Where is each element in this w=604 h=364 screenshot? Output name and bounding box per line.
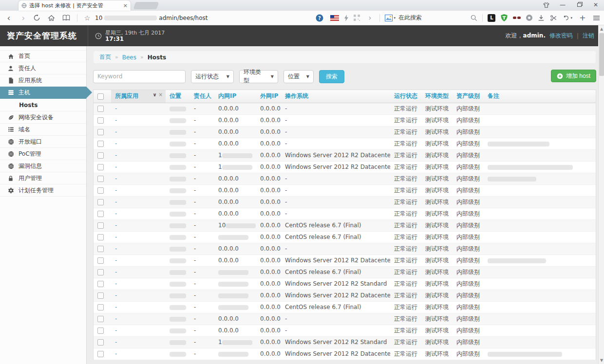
app-link[interactable]: - (115, 117, 117, 124)
row-select-cell[interactable] (94, 138, 111, 149)
app-link[interactable]: - (115, 350, 117, 357)
app-link[interactable]: - (115, 280, 117, 287)
row-select-cell[interactable] (94, 243, 111, 255)
flag-icon[interactable] (330, 15, 339, 21)
bolt-icon[interactable] (344, 15, 349, 21)
tab-close-icon[interactable]: × (123, 2, 128, 9)
chevron-right-icon[interactable]: › (365, 14, 375, 22)
search-engine-icon[interactable]: ▾ (385, 15, 396, 21)
col-header-wan-ip[interactable]: 外网IP (256, 90, 281, 103)
row-checkbox[interactable] (97, 246, 104, 252)
reading-list-icon[interactable] (62, 15, 72, 21)
extension-l-icon[interactable]: L (488, 14, 495, 22)
row-select-cell[interactable] (94, 278, 111, 290)
row-select-cell[interactable] (94, 208, 111, 219)
url-text[interactable]: 10 admin/bees/host (95, 15, 208, 21)
app-link[interactable]: - (115, 234, 117, 240)
row-checkbox[interactable] (97, 234, 104, 240)
app-link[interactable]: - (115, 315, 117, 322)
filter-select-3[interactable]: 位置▼ (283, 70, 314, 83)
select-all-checkbox[interactable] (97, 93, 104, 100)
menu-icon[interactable] (593, 15, 600, 21)
app-link[interactable]: - (115, 257, 117, 264)
sidebar-item-10[interactable]: 用户管理 (0, 172, 86, 184)
row-checkbox[interactable] (97, 257, 104, 264)
sidebar-subitem-hosts[interactable]: Hosts (0, 99, 86, 111)
row-select-cell[interactable] (94, 255, 111, 266)
app-link[interactable]: - (115, 175, 117, 182)
row-select-cell[interactable] (94, 184, 111, 196)
row-select-cell[interactable] (94, 173, 111, 184)
row-select-cell[interactable] (94, 114, 111, 126)
scrollbar-down-icon[interactable]: ▼ (599, 358, 604, 363)
row-checkbox[interactable] (97, 316, 104, 322)
back-icon[interactable]: ‹ (4, 13, 14, 23)
col-header-status[interactable]: 运行状态 (390, 90, 421, 103)
row-select-cell[interactable] (94, 231, 111, 243)
sidebar-item-3[interactable]: 应用系统 (0, 74, 86, 87)
app-link[interactable]: - (115, 304, 117, 310)
row-checkbox[interactable] (97, 106, 104, 112)
sidebar-item-9[interactable]: 漏洞信息 (0, 160, 86, 172)
row-select-cell[interactable] (94, 325, 111, 336)
column-collapse-icon[interactable]: ∨ (152, 92, 156, 97)
app-link[interactable]: - (115, 339, 117, 346)
row-checkbox[interactable] (97, 117, 104, 124)
col-header-owner[interactable]: 责任人 (190, 90, 214, 103)
app-link[interactable]: - (115, 245, 117, 252)
row-checkbox[interactable] (97, 351, 104, 357)
bookmark-star-icon[interactable]: ☆ (82, 14, 92, 22)
app-link[interactable]: - (115, 210, 117, 217)
sidebar-item-4[interactable]: 主机 (0, 87, 86, 99)
select-all-header[interactable] (94, 90, 111, 103)
incognito-glasses-icon[interactable] (513, 17, 521, 19)
row-checkbox[interactable] (97, 339, 104, 346)
ring-extension-icon[interactable] (526, 15, 532, 21)
row-select-cell[interactable] (94, 219, 111, 231)
add-icon[interactable]: + (578, 13, 587, 22)
app-link[interactable]: - (115, 128, 117, 135)
row-select-cell[interactable] (94, 149, 111, 161)
sidebar-item-7[interactable]: 开放端口 (0, 136, 86, 148)
row-checkbox[interactable] (97, 129, 104, 135)
sidebar-item-2[interactable]: 责任人 (0, 62, 86, 74)
breadcrumb-home-link[interactable]: 首页 (99, 53, 111, 61)
row-select-cell[interactable] (94, 103, 111, 114)
col-header-level[interactable]: 资产级别 (453, 90, 484, 103)
row-select-cell[interactable] (94, 161, 111, 173)
row-checkbox[interactable] (97, 304, 104, 310)
help-icon[interactable]: ? (316, 14, 325, 22)
app-link[interactable]: - (115, 164, 117, 170)
row-checkbox[interactable] (97, 152, 104, 159)
row-checkbox[interactable] (97, 199, 104, 205)
app-link[interactable]: - (115, 152, 117, 159)
home-icon[interactable] (48, 15, 57, 21)
search-button[interactable]: 搜索 (319, 70, 344, 83)
breadcrumb-app-link[interactable]: Bees (122, 54, 136, 61)
column-remove-icon[interactable]: × (159, 92, 163, 97)
scissors-icon[interactable] (550, 15, 557, 21)
row-checkbox[interactable] (97, 141, 104, 147)
filter-select-2[interactable]: 环境类型▼ (239, 70, 278, 83)
keyword-input[interactable] (93, 70, 186, 83)
col-header-lan-ip[interactable]: 内网IP (214, 90, 256, 103)
row-checkbox[interactable] (97, 269, 104, 275)
row-checkbox[interactable] (97, 292, 104, 299)
skin-icon[interactable] (542, 1, 550, 9)
app-link[interactable]: - (115, 105, 117, 112)
app-link[interactable]: - (115, 222, 117, 229)
undo-icon[interactable]: ▾ (563, 15, 572, 21)
row-checkbox[interactable] (97, 211, 104, 217)
row-select-cell[interactable] (94, 126, 111, 138)
add-host-button[interactable]: 增加 host (551, 70, 596, 82)
sidebar-item-1[interactable]: 首页 (0, 50, 86, 62)
new-tab-button[interactable] (133, 2, 159, 9)
minimize-button[interactable]: — (558, 1, 567, 9)
download-icon[interactable] (538, 15, 545, 21)
close-button[interactable]: ✕ (591, 1, 600, 9)
scrollbar-up-icon[interactable]: ▲ (599, 27, 604, 31)
row-checkbox[interactable] (97, 222, 104, 229)
qr-code-icon[interactable] (354, 15, 360, 21)
toolbar-search[interactable]: ▾ 在此搜索 (385, 14, 477, 22)
restore-button[interactable] (575, 1, 584, 9)
